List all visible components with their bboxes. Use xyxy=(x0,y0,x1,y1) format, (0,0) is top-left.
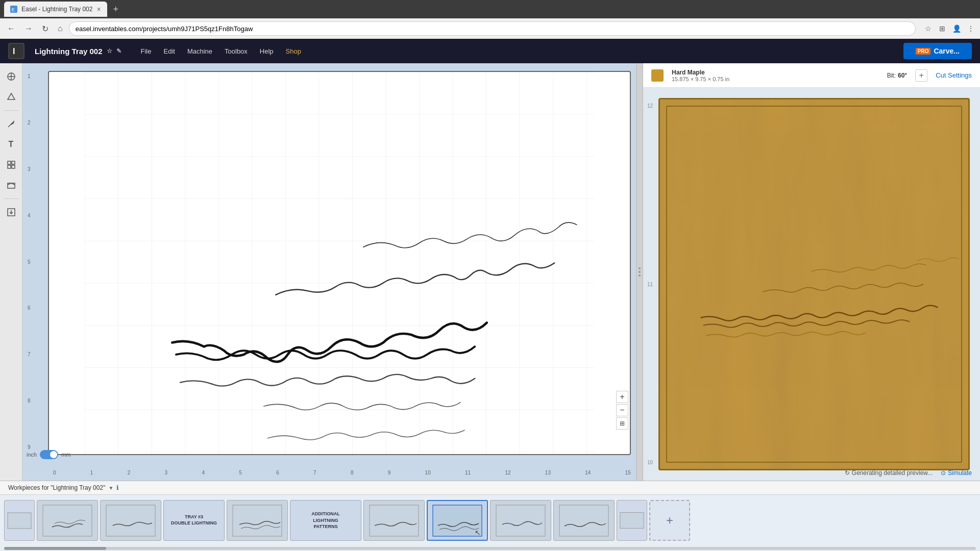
thumb-svg-3 xyxy=(105,504,156,537)
project-title: Lightning Tray 002 xyxy=(35,47,103,56)
workpiece-thumbnail-7[interactable] xyxy=(363,500,425,541)
preview-toolbar: Hard Maple 15.875 × 9.75 × 0.75 in Bit: … xyxy=(643,63,980,88)
new-tab-btn[interactable]: + xyxy=(109,2,123,17)
shape-tool[interactable] xyxy=(2,88,20,106)
workpiece-thumbnail-5[interactable] xyxy=(227,500,288,541)
simulate-btn[interactable]: ⊙ Simulate xyxy=(941,469,972,477)
select-tool[interactable] xyxy=(2,67,20,86)
svg-rect-14 xyxy=(85,72,595,454)
active-tab[interactable]: E Easel - Lightning Tray 002 × xyxy=(4,2,107,17)
y-label-8: 8 xyxy=(28,398,43,404)
divider-dot-2 xyxy=(639,271,641,273)
shape-icon xyxy=(7,92,16,102)
preview-status: ↻ Generating detailed preview... ⊙ Simul… xyxy=(643,469,980,477)
canvas-divider[interactable] xyxy=(636,63,643,481)
unit-toggle-switch[interactable] xyxy=(40,450,58,459)
thumb-svg-7 xyxy=(369,504,420,537)
svg-text:E: E xyxy=(12,7,15,12)
workpiece-thumbnail-1[interactable] xyxy=(4,500,35,541)
svg-rect-10 xyxy=(8,165,11,168)
y-label-7: 7 xyxy=(28,352,43,357)
app-logo: I xyxy=(8,43,24,59)
unit-toggle-area: inch mm xyxy=(27,450,71,459)
workpiece-thumbnail-2[interactable] xyxy=(37,500,98,541)
x-label-3: 3 xyxy=(165,470,168,475)
zoom-out-btn[interactable]: − xyxy=(616,404,628,416)
prev-y-12: 12 xyxy=(647,103,653,109)
scrollbar-thumb xyxy=(4,547,106,550)
home-btn[interactable]: ⌂ xyxy=(55,22,66,35)
refresh-btn[interactable]: ↻ xyxy=(39,22,52,36)
thumb-svg-11 xyxy=(619,511,645,530)
workpiece-thumbnail-11[interactable] xyxy=(617,500,647,541)
svg-rect-16 xyxy=(8,513,31,529)
x-label-7: 7 xyxy=(313,470,316,475)
thumb-label-6: ADDITIONALLIGHTNINGPATTERNS xyxy=(311,511,340,530)
menu-toolbox[interactable]: Toolbox xyxy=(219,44,253,58)
x-label-2: 2 xyxy=(128,470,131,475)
x-label-8: 8 xyxy=(351,470,354,475)
carve-button[interactable]: PRO Carve... xyxy=(903,43,972,59)
zoom-reset-btn[interactable]: ⊞ xyxy=(616,417,628,430)
divider-dot-1 xyxy=(639,267,641,269)
profile-icon[interactable]: 👤 xyxy=(951,23,962,34)
cut-settings-btn[interactable]: Cut Settings xyxy=(936,71,972,79)
app-menu: File Edit Machine Toolbox Help Shop xyxy=(136,44,306,58)
address-bar[interactable] xyxy=(69,21,916,36)
y-label-1: 1 xyxy=(28,73,43,79)
tab-title: Easel - Lightning Tray 002 xyxy=(21,6,92,13)
workpiece-thumbnail-10[interactable] xyxy=(553,500,615,541)
unit-mm-label: mm xyxy=(61,452,70,458)
text-tool-label: T xyxy=(9,140,14,149)
canvas-area: 9 8 7 6 5 4 3 2 1 xyxy=(22,63,636,481)
menu-edit[interactable]: Edit xyxy=(158,44,180,58)
forward-btn[interactable]: → xyxy=(21,22,36,35)
pen-tool[interactable] xyxy=(2,115,20,133)
menu-machine[interactable]: Machine xyxy=(182,44,217,58)
thumbnail-scrollbar[interactable] xyxy=(4,547,976,550)
thumb-label-4: TRAY #3DOUBLE LIGHTNING xyxy=(171,514,217,526)
workpiece-label-bar: Workpieces for "Lightning Tray 002" ▼ ℹ xyxy=(0,481,980,495)
menu-icon[interactable]: ⋮ xyxy=(966,23,976,34)
apps-icon xyxy=(7,160,16,169)
select-icon xyxy=(7,72,16,81)
star-favorite-icon[interactable]: ☆ xyxy=(107,47,112,55)
x-label-13: 13 xyxy=(545,470,551,475)
text-tool[interactable]: T xyxy=(2,135,20,154)
browser-icons: ☆ ⊞ 👤 ⋮ xyxy=(923,23,976,34)
import-tool[interactable] xyxy=(2,203,20,221)
zoom-in-btn[interactable]: + xyxy=(616,391,628,403)
back-btn[interactable]: ← xyxy=(4,22,18,35)
tab-close-btn[interactable]: × xyxy=(96,5,101,13)
drawing-canvas[interactable] xyxy=(48,71,631,455)
star-icon[interactable]: ☆ xyxy=(923,23,933,34)
menu-file[interactable]: File xyxy=(136,44,157,58)
x-label-0: 0 xyxy=(53,470,56,475)
bottom-area: Workpieces for "Lightning Tray 002" ▼ ℹ xyxy=(0,481,980,551)
workpiece-thumbnail-4[interactable]: TRAY #3DOUBLE LIGHTNING xyxy=(163,500,225,541)
workpiece-thumbnail-3[interactable] xyxy=(100,500,161,541)
workpiece-thumbnail-8[interactable]: ↖ xyxy=(427,500,488,541)
workpiece-thumbnail-6[interactable]: ADDITIONALLIGHTNINGPATTERNS xyxy=(290,500,361,541)
add-workpiece-btn[interactable]: + xyxy=(649,500,690,541)
workpieces-info-btn[interactable]: ℹ xyxy=(116,484,119,491)
thumb-svg-10 xyxy=(558,504,609,537)
extensions-icon[interactable]: ⊞ xyxy=(937,23,947,34)
box-tool[interactable] xyxy=(2,176,20,194)
tab-bar: E Easel - Lightning Tray 002 × + xyxy=(0,0,980,18)
thumb-svg-2 xyxy=(42,504,93,537)
menu-help[interactable]: Help xyxy=(255,44,279,58)
lightning-drawing-svg xyxy=(49,72,630,454)
workpiece-thumbnail-9[interactable] xyxy=(490,500,551,541)
canvas-container[interactable]: 9 8 7 6 5 4 3 2 1 xyxy=(22,63,636,481)
import-icon xyxy=(7,208,16,217)
thumb-svg-1 xyxy=(7,512,32,530)
bit-plus-btn[interactable]: + xyxy=(915,69,927,82)
menu-shop[interactable]: Shop xyxy=(281,44,306,58)
apple-tool[interactable] xyxy=(2,156,20,174)
x-label-9: 9 xyxy=(388,470,391,475)
edit-title-icon[interactable]: ✎ xyxy=(116,47,121,55)
thumbnail-area: TRAY #3DOUBLE LIGHTNING ADDITIONALLIGHTN… xyxy=(0,495,980,551)
workpieces-dropdown-btn[interactable]: ▼ xyxy=(108,485,113,491)
svg-text:I: I xyxy=(13,47,15,56)
